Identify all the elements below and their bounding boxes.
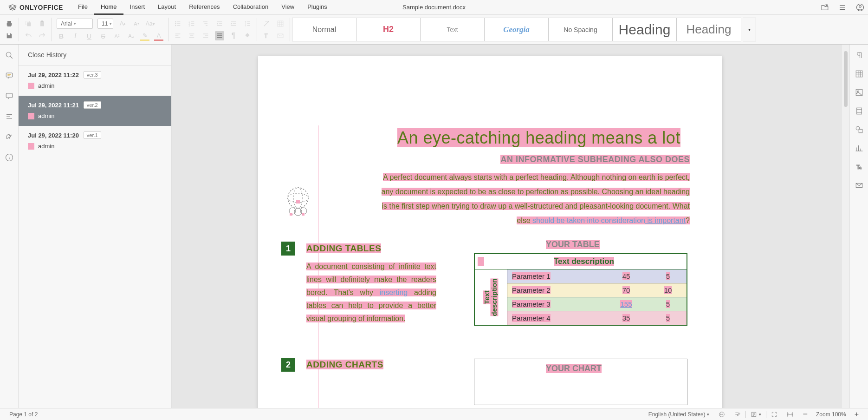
textart-settings-icon[interactable]: Ta: [855, 163, 863, 171]
style-heading2[interactable]: Heading: [677, 18, 741, 41]
fit-page-button[interactable]: [766, 411, 782, 418]
strikethrough-button[interactable]: S: [98, 32, 108, 41]
track-changes-button[interactable]: [730, 411, 745, 418]
fit-width-button[interactable]: [782, 411, 798, 418]
insert-table-button[interactable]: [276, 19, 285, 28]
paragraph-settings-icon[interactable]: [855, 51, 863, 59]
toolbar-file-group: [0, 15, 19, 44]
review-mode-button[interactable]: ▾: [746, 411, 766, 418]
menu-home[interactable]: Home: [94, 0, 123, 15]
image-settings-icon[interactable]: [855, 88, 863, 97]
menu-view[interactable]: View: [275, 0, 301, 15]
page-info[interactable]: Page 1 of 2: [5, 411, 42, 418]
zoom-label[interactable]: Zoom 100%: [816, 411, 846, 418]
vertical-scrollbar[interactable]: [842, 45, 849, 408]
svg-rect-45: [6, 73, 13, 77]
style-text[interactable]: Text: [421, 18, 485, 41]
font-name-combo[interactable]: Arial▾: [57, 19, 93, 29]
document-table: Text description Textdescription Paramet…: [474, 253, 687, 326]
settings-icon[interactable]: [838, 3, 847, 12]
italic-button[interactable]: I: [71, 32, 80, 41]
spellcheck-button[interactable]: [714, 411, 730, 418]
history-item[interactable]: Jul 29, 2022 11:21ver.2admin: [19, 96, 171, 126]
print-button[interactable]: [5, 19, 14, 28]
table-settings-icon[interactable]: [855, 70, 863, 78]
nonprinting-button[interactable]: ¶: [229, 31, 238, 40]
language-selector[interactable]: English (United States) ▾: [644, 411, 714, 418]
svg-rect-23: [217, 25, 222, 26]
style-h2[interactable]: H2: [356, 18, 421, 41]
align-justify-button[interactable]: [215, 31, 224, 40]
style-heading1[interactable]: Heading: [613, 18, 677, 41]
bold-button[interactable]: B: [57, 32, 66, 41]
zoom-in-button[interactable]: +: [850, 410, 863, 419]
shading-button[interactable]: [243, 31, 252, 40]
mail-merge-icon[interactable]: [855, 181, 863, 190]
decrease-indent-button[interactable]: [215, 19, 224, 28]
styles-more-button[interactable]: ▾: [743, 18, 756, 41]
about-icon[interactable]: [5, 153, 13, 162]
scrollbar-thumb[interactable]: [844, 51, 848, 107]
font-color-button[interactable]: A: [154, 32, 163, 41]
open-location-icon[interactable]: [821, 3, 829, 12]
history-item[interactable]: Jul 29, 2022 11:22ver.3admin: [19, 66, 171, 96]
history-version-badge: ver.3: [84, 71, 101, 79]
feedback-icon[interactable]: [5, 133, 13, 141]
superscript-button[interactable]: A²: [112, 32, 122, 41]
style-normal[interactable]: Normal: [292, 18, 356, 41]
increase-indent-button[interactable]: [229, 19, 238, 28]
underline-button[interactable]: U: [84, 32, 94, 41]
multilevel-button[interactable]: [201, 19, 210, 28]
bullets-button[interactable]: [173, 19, 182, 28]
history-close-button[interactable]: Close History: [19, 45, 171, 66]
main-area: Close History Jul 29, 2022 11:22ver.3adm…: [0, 45, 868, 408]
user-color-swatch: [28, 83, 34, 89]
menu-file[interactable]: File: [71, 0, 94, 15]
headings-icon[interactable]: [5, 112, 13, 121]
svg-point-44: [6, 52, 11, 57]
subscript-button[interactable]: A₂: [126, 32, 136, 41]
increase-font-button[interactable]: A▴: [118, 19, 127, 28]
shape-settings-icon[interactable]: [855, 125, 863, 134]
align-center-button[interactable]: [187, 31, 196, 40]
history-item[interactable]: Jul 29, 2022 11:20ver.1admin: [19, 126, 171, 156]
chat-icon[interactable]: [5, 92, 13, 100]
document-canvas[interactable]: An eye-catching heading means a lot AN I…: [172, 45, 849, 408]
change-case-button[interactable]: Aa▾: [146, 19, 155, 28]
svg-rect-60: [856, 108, 862, 114]
svg-point-8: [175, 23, 176, 24]
decrease-font-button[interactable]: A▾: [132, 19, 141, 28]
font-size-combo[interactable]: 11▾: [97, 19, 113, 29]
clear-style-button[interactable]: [262, 19, 271, 28]
paste-button[interactable]: [38, 19, 47, 28]
menu-collaboration[interactable]: Collaboration: [227, 0, 275, 15]
zoom-out-button[interactable]: −: [798, 409, 812, 419]
menu-plugins[interactable]: Plugins: [301, 0, 334, 15]
svg-rect-32: [175, 37, 181, 38]
user-icon[interactable]: [856, 3, 864, 12]
menu-references[interactable]: References: [182, 0, 226, 15]
mailmerge-button[interactable]: [276, 31, 285, 40]
copy-style-button[interactable]: [262, 31, 271, 40]
chart-label: YOUR CHART: [546, 364, 602, 374]
menu-insert[interactable]: Insert: [123, 0, 152, 15]
menubar-right: [821, 3, 864, 12]
undo-button[interactable]: [24, 31, 33, 40]
style-nospacing[interactable]: No Spacing: [549, 18, 613, 41]
chart-settings-icon[interactable]: [855, 144, 863, 152]
copy-button[interactable]: [24, 19, 33, 28]
search-icon[interactable]: [5, 51, 13, 59]
align-right-button[interactable]: [201, 31, 210, 40]
highlight-color-button[interactable]: ✎: [140, 32, 149, 41]
save-button[interactable]: [5, 31, 14, 40]
svg-rect-18: [203, 21, 207, 22]
numbering-button[interactable]: 123: [187, 19, 196, 28]
redo-button[interactable]: [38, 31, 47, 40]
align-left-button[interactable]: [173, 31, 182, 40]
menu-layout[interactable]: Layout: [151, 0, 182, 15]
comments-icon[interactable]: [5, 72, 13, 80]
header-footer-icon[interactable]: [855, 107, 863, 115]
svg-rect-24: [231, 21, 236, 22]
style-georgia[interactable]: Georgia: [485, 18, 549, 41]
line-spacing-button[interactable]: [243, 19, 252, 28]
